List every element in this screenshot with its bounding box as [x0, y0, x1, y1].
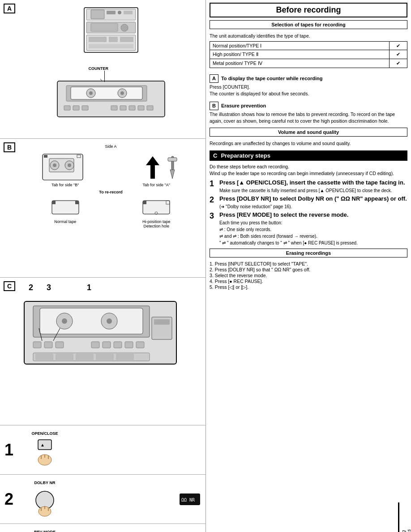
svg-rect-21: [64, 106, 70, 110]
dolbynr-button-diagram: [31, 487, 58, 518]
svg-rect-70: [56, 354, 73, 360]
svg-rect-43: [52, 201, 56, 204]
counter-label: COUNTER: [89, 66, 109, 71]
right-step3: 3 Press [REV MODE] to select the reverse…: [210, 211, 407, 246]
section-c-label: C: [4, 281, 15, 291]
step2-number: 2: [4, 490, 18, 509]
section-b-letter: B: [210, 102, 218, 110]
svg-rect-3: [107, 11, 116, 14]
svg-rect-42: [52, 201, 79, 214]
step1-label: OPEN/CLOSE: [31, 431, 58, 436]
section-c-block: C 2 3 1: [0, 278, 206, 425]
svg-rect-7: [91, 23, 118, 31]
svg-point-18: [89, 91, 93, 95]
right-step1-content: Press [▲ OPEN/CLOSE], insert the cassett…: [219, 179, 407, 193]
normal-tape-label: Normal tape: [50, 219, 81, 224]
right-step3-normal4: " ⇌ " automatically changes to " ⇌ " whe…: [219, 240, 407, 246]
section-c-intro2: Wind up the leader tape so recording can…: [210, 170, 407, 177]
svg-rect-51: [40, 308, 143, 334]
svg-rect-12: [120, 37, 133, 42]
erasing-list: 1. Press [INPUT SELECTOR] to select "TAP…: [206, 259, 411, 292]
section-c-intro1: Do these steps before each recording.: [210, 163, 407, 170]
erase-step: 3. Select the reverse mode.: [210, 273, 407, 278]
cassette-erasure-diagram: [40, 150, 103, 185]
section-a-label: A: [4, 4, 15, 13]
section-c-deck-diagram: [20, 292, 190, 391]
svg-point-20: [120, 91, 124, 95]
erase-step: 2. Press [DOLBY NR] so that " ΩΩ NR" goe…: [210, 267, 407, 272]
svg-point-8: [121, 24, 128, 31]
right-step2-num: 2: [210, 195, 217, 210]
dolby-nr-display: ΩΩ NR: [179, 493, 201, 506]
tape-selection-header: Selection of tapes for recording: [210, 20, 407, 29]
left-panel: A: [0, 0, 206, 532]
section-c-heading: C Preparatory steps: [210, 150, 407, 161]
svg-rect-60: [103, 342, 111, 348]
section-c-title: Preparatory steps: [221, 152, 270, 159]
step1-icon-area: OPEN/CLOSE ▲: [22, 431, 67, 469]
tape-table-row: Metal position/ TYPE Ⅳ✔: [210, 59, 407, 68]
hi-pos-label: Hi-position tape: [141, 219, 172, 224]
section-a-title: To display the tape counter while record…: [221, 75, 323, 82]
step1-number: 1: [4, 441, 18, 459]
svg-rect-11: [109, 37, 118, 42]
step3-label: REV MODE: [34, 530, 56, 532]
tape-intro: The unit automatically identifies the ty…: [206, 31, 411, 72]
step3-block: 3 REV MODE ΩΩ NR ⇌: [0, 524, 206, 532]
svg-rect-58: [56, 342, 64, 348]
svg-rect-13: [89, 44, 133, 48]
svg-point-33: [53, 163, 56, 167]
c-num-2: 2: [29, 283, 33, 292]
tab-a-label: Tab for side "A": [143, 183, 170, 187]
step1-block: 1 OPEN/CLOSE ▲: [0, 425, 206, 475]
right-step2-content: Press [DOLBY NR] to select Dolby NR on (…: [219, 195, 407, 210]
tape-type-table: Normal position/TYPE Ⅰ✔High position/ TY…: [210, 41, 407, 68]
screwdriver-diagram: [163, 154, 181, 181]
cassette-deck-diagram: [53, 79, 169, 124]
svg-rect-23: [82, 106, 88, 110]
page-title: Before recording: [210, 3, 407, 17]
recording-ops-label: Recording operations: [398, 502, 411, 532]
step2-block: 2 DOLBY NR ΩΩ NR: [0, 475, 206, 524]
section-b-text: The illustration shows how to remove the…: [210, 111, 407, 124]
step2-label: DOLBY NR: [34, 481, 56, 485]
svg-rect-63: [136, 342, 144, 348]
right-step2-bold: Press [DOLBY NR] to select Dolby NR on (…: [219, 195, 407, 203]
right-step3-normal1: Each time you press the button:: [219, 220, 407, 226]
tab-b-label: Tab for side "B": [51, 183, 79, 187]
section-b-heading: B Erasure prevention: [210, 102, 407, 110]
right-step1: 1 Press [▲ OPEN/CLOSE], insert the casse…: [210, 179, 407, 193]
erasing-header: Erasing recordings: [210, 249, 407, 257]
right-step2: 2 Press [DOLBY NR] to select Dolby NR on…: [210, 195, 407, 210]
section-a-text2: The counter is displayed for about five …: [210, 90, 407, 97]
right-step3-bold: Press [REV MODE] to select the reverse m…: [219, 211, 407, 219]
normal-tape-diagram: [50, 196, 81, 219]
c-num-3: 3: [47, 283, 51, 292]
re-record-label: To re-record: [20, 190, 202, 194]
side-a-label: Side A: [20, 144, 202, 149]
section-a-heading: A To display the tape counter while reco…: [210, 74, 407, 83]
c-num-1: 1: [87, 283, 91, 292]
section-b-area: B Erasure prevention The illustration sh…: [206, 99, 411, 126]
svg-rect-62: [125, 342, 133, 348]
tab-removal-arrow: [144, 154, 162, 181]
svg-rect-56: [33, 342, 41, 348]
right-step1-num: 1: [210, 179, 217, 193]
svg-rect-57: [44, 342, 52, 348]
section-b-title: Erasure prevention: [221, 103, 266, 109]
section-b-label: B: [4, 142, 15, 152]
erase-step: 1. Press [INPUT SELECTOR] to select "TAP…: [210, 261, 407, 266]
section-a-letter: A: [210, 74, 218, 83]
svg-rect-26: [129, 106, 135, 110]
tape-type-cell: Metal position/ TYPE Ⅳ: [210, 59, 390, 68]
openclose-button-diagram: ▲: [31, 438, 58, 469]
svg-rect-65: [154, 319, 170, 325]
svg-rect-61: [114, 342, 122, 348]
right-step1-bold: Press [▲ OPEN/CLOSE], insert the cassett…: [219, 179, 407, 187]
step2-dolby-symbol: ΩΩ NR: [179, 493, 201, 506]
svg-rect-73: [116, 354, 134, 360]
tape-type-cell: High position/ TYPE Ⅱ: [210, 50, 390, 59]
svg-text:ΩΩ NR: ΩΩ NR: [181, 498, 195, 502]
section-c-intro: Do these steps before each recording. Wi…: [206, 163, 411, 177]
stereo-unit-diagram: [75, 5, 147, 64]
